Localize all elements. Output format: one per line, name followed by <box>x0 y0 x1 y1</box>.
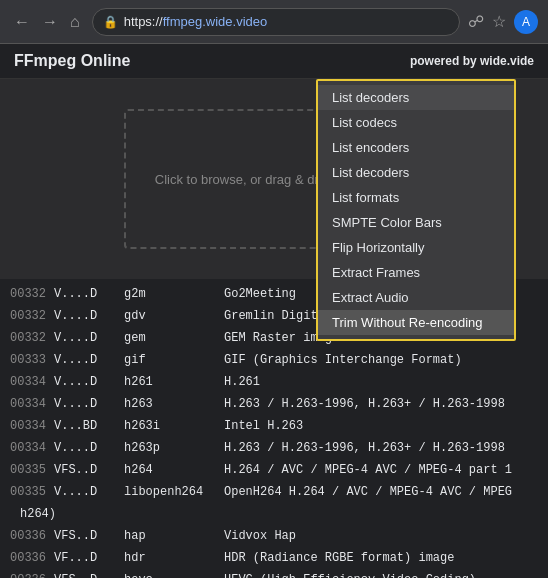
dropdown-item-trim-without-re-encoding[interactable]: Trim Without Re-encoding <box>318 310 514 335</box>
codec-id: 00336 <box>10 549 54 567</box>
codec-desc: HDR (Radiance RGBE format) image <box>224 549 538 567</box>
codec-flags: V....D <box>54 351 124 369</box>
codec-id: 00332 <box>10 285 54 303</box>
codec-row: 00336 VFS..D hevc HEVC (High Efficiency … <box>0 569 548 578</box>
codec-name: g2m <box>124 285 224 303</box>
codec-row: 00333 V....D gif GIF (Graphics Interchan… <box>0 349 548 371</box>
dropdown-item-list-encoders[interactable]: List encoders <box>318 135 514 160</box>
dropdown-item-flip-horizontally[interactable]: Flip Horizontally <box>318 235 514 260</box>
page-header: FFmpeg Online powered by wide.vide <box>0 44 548 79</box>
dropdown-item-list-codecs[interactable]: List codecs <box>318 110 514 135</box>
dropdown-item-extract-audio[interactable]: Extract Audio <box>318 285 514 310</box>
codec-flags: V....D <box>54 329 124 347</box>
dropdown-item-extract-frames[interactable]: Extract Frames <box>318 260 514 285</box>
codec-id: 00334 <box>10 417 54 435</box>
codec-name: h264 <box>124 461 224 479</box>
codec-id: 00333 <box>10 351 54 369</box>
translate-icon[interactable]: ☍ <box>468 12 484 31</box>
codec-name: gif <box>124 351 224 369</box>
codec-row: 00335 V....D libopenh264 OpenH264 H.264 … <box>0 481 548 503</box>
codec-flags: V....D <box>54 395 124 413</box>
codec-id: 00336 <box>10 527 54 545</box>
bookmark-icon[interactable]: ☆ <box>492 12 506 31</box>
codec-flags: VFS..D <box>54 461 124 479</box>
codec-flags: VF...D <box>54 549 124 567</box>
codec-flags: V....D <box>54 373 124 391</box>
codec-desc: GIF (Graphics Interchange Format) <box>224 351 538 369</box>
codec-desc: HEVC (High Efficiency Video Coding) <box>224 571 538 578</box>
brand-name: wide.vide <box>480 54 534 68</box>
codec-row: 00334 V...BD h263i Intel H.263 <box>0 415 548 437</box>
codec-name: h263i <box>124 417 224 435</box>
codec-name: hap <box>124 527 224 545</box>
codec-row: 00334 V....D h263p H.263 / H.263-1996, H… <box>0 437 548 459</box>
codec-row: 00334 V....D h261 H.261 <box>0 371 548 393</box>
codec-name: gdv <box>124 307 224 325</box>
dropdown-menu: List decoders List codecs List encoders … <box>316 79 516 341</box>
codec-flags: V...BD <box>54 417 124 435</box>
browser-chrome: ← → ⌂ 🔒 https://ffmpeg.wide.video ☍ ☆ A <box>0 0 548 44</box>
codec-name: h261 <box>124 373 224 391</box>
browser-actions: ☍ ☆ A <box>468 10 538 34</box>
codec-flags: V....D <box>54 439 124 457</box>
nav-buttons: ← → ⌂ <box>10 11 84 33</box>
powered-by: powered by wide.vide <box>410 54 534 68</box>
codec-name: libopenh264 <box>124 483 224 501</box>
codec-row: 00334 V....D h263 H.263 / H.263-1996, H.… <box>0 393 548 415</box>
codec-name: hevc <box>124 571 224 578</box>
profile-icon[interactable]: A <box>514 10 538 34</box>
codec-flags: VFS..D <box>54 571 124 578</box>
dropdown-item-smpte-color-bars[interactable]: SMPTE Color Bars <box>318 210 514 235</box>
codec-id: 00332 <box>10 307 54 325</box>
codec-desc: Vidvox Hap <box>224 527 538 545</box>
codec-desc: OpenH264 H.264 / AVC / MPEG-4 AVC / MPEG <box>224 483 538 501</box>
codec-id: 00334 <box>10 439 54 457</box>
codec-id: 00334 <box>10 395 54 413</box>
codec-name: gem <box>124 329 224 347</box>
codec-id: 00336 <box>10 571 54 578</box>
codec-id: 00334 <box>10 373 54 391</box>
codec-desc: h264) <box>20 505 538 523</box>
codec-name: h263p <box>124 439 224 457</box>
codec-row: h264) <box>0 503 548 525</box>
home-button[interactable]: ⌂ <box>66 11 84 33</box>
dropdown-item-list-decoders-header[interactable]: List decoders <box>318 85 514 110</box>
codec-flags: V....D <box>54 483 124 501</box>
codec-row: 00336 VF...D hdr HDR (Radiance RGBE form… <box>0 547 548 569</box>
codec-id: 00332 <box>10 329 54 347</box>
back-button[interactable]: ← <box>10 11 34 33</box>
codec-desc: H.261 <box>224 373 538 391</box>
codec-name: hdr <box>124 549 224 567</box>
codec-row: 00336 VFS..D hap Vidvox Hap <box>0 525 548 547</box>
url-text: https://ffmpeg.wide.video <box>124 14 268 29</box>
codec-desc: H.263 / H.263-1996, H.263+ / H.263-1998 <box>224 395 538 413</box>
codec-id: 00335 <box>10 461 54 479</box>
codec-flags: VFS..D <box>54 527 124 545</box>
dropdown-item-list-formats[interactable]: List formats <box>318 185 514 210</box>
codec-desc: H.263 / H.263-1996, H.263+ / H.263-1998 <box>224 439 538 457</box>
codec-row: 00335 VFS..D h264 H.264 / AVC / MPEG-4 A… <box>0 459 548 481</box>
codec-flags: V....D <box>54 285 124 303</box>
codec-flags: V....D <box>54 307 124 325</box>
address-bar[interactable]: 🔒 https://ffmpeg.wide.video <box>92 8 460 36</box>
main-area: Click to browse, or drag & drop files he… <box>0 79 548 279</box>
codec-desc: H.264 / AVC / MPEG-4 AVC / MPEG-4 part 1 <box>224 461 538 479</box>
dropdown-item-list-decoders[interactable]: List decoders <box>318 160 514 185</box>
codec-id: 00335 <box>10 483 54 501</box>
page-title: FFmpeg Online <box>14 52 130 70</box>
codec-desc: Intel H.263 <box>224 417 538 435</box>
forward-button[interactable]: → <box>38 11 62 33</box>
lock-icon: 🔒 <box>103 15 118 29</box>
codec-name: h263 <box>124 395 224 413</box>
